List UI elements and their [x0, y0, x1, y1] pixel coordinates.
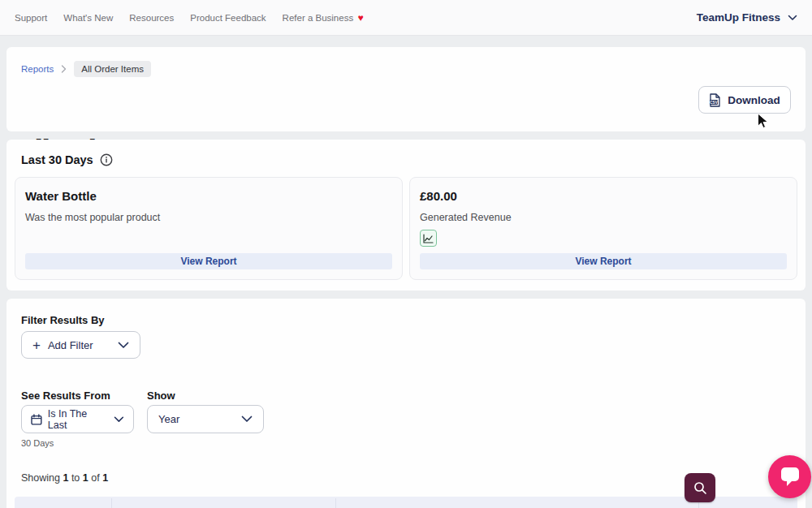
svg-text:CSV: CSV: [710, 100, 719, 104]
csv-file-icon: CSV: [709, 93, 721, 107]
nav-whats-new[interactable]: What's New: [63, 13, 113, 23]
chevron-down-icon: [241, 415, 253, 423]
table-column-divider: [111, 498, 112, 508]
chevron-down-icon: [114, 416, 124, 423]
view-report-button[interactable]: View Report: [25, 253, 392, 269]
nav-refer-label: Refer a Business: [283, 13, 354, 23]
summary-cards: Water Bottle Was the most popular produc…: [15, 177, 797, 280]
filter-results-by-label: Filter Results By: [21, 314, 105, 326]
card-most-popular-product: Water Bottle Was the most popular produc…: [15, 177, 403, 280]
summary-section-title: Last 30 Days: [21, 153, 93, 166]
search-button[interactable]: [685, 473, 715, 502]
summary-title-row: Last 30 Days: [21, 153, 113, 166]
show-label: Show: [147, 390, 175, 402]
info-icon[interactable]: [100, 153, 113, 166]
nav-refer-a-business[interactable]: Refer a Business ♥: [283, 12, 364, 24]
showing-total: 1: [102, 472, 108, 484]
date-condition-value: Is In The Last: [48, 408, 108, 431]
show-period-value: Year: [158, 413, 179, 425]
chat-launcher-button[interactable]: [768, 455, 811, 498]
showing-word: Showing: [21, 472, 60, 484]
heart-icon: ♥: [357, 12, 363, 24]
show-period-dropdown[interactable]: Year: [147, 405, 264, 433]
of-word: of: [91, 472, 99, 484]
app-window: Support What's New Resources Product Fee…: [0, 0, 812, 508]
download-button[interactable]: CSV Download: [698, 86, 791, 114]
nav-product-feedback[interactable]: Product Feedback: [190, 13, 266, 23]
nav-resources[interactable]: Resources: [129, 13, 174, 23]
top-navigation: Support What's New Resources Product Fee…: [0, 0, 812, 36]
card-subtitle: Was the most popular product: [25, 212, 392, 223]
date-condition-dropdown[interactable]: Is In The Last: [21, 405, 134, 433]
chevron-down-icon: [118, 342, 129, 349]
account-menu[interactable]: TeamUp Fitness: [697, 11, 797, 24]
download-label: Download: [728, 94, 780, 106]
table-header: [15, 497, 797, 508]
page-header-panel: Reports All Order Items All Order Items …: [6, 47, 806, 131]
results-count: Showing 1 to 1 of 1: [21, 472, 108, 484]
breadcrumb: Reports All Order Items: [21, 61, 151, 77]
showing-start: 1: [63, 472, 68, 484]
summary-panel: Last 30 Days Water Bottle Was the most p…: [6, 140, 806, 291]
add-filter-label: Add Filter: [48, 339, 93, 351]
plus-icon: +: [32, 338, 41, 352]
card-subtitle: Generated Revenue: [420, 212, 787, 223]
account-name: TeamUp Fitness: [697, 11, 780, 24]
card-generated-revenue: £80.00 Generated Revenue View Report: [409, 177, 797, 280]
chart-trend-icon[interactable]: [420, 230, 437, 247]
chevron-down-icon: [788, 15, 797, 21]
to-word: to: [71, 472, 80, 484]
search-icon: [693, 481, 707, 495]
add-filter-button[interactable]: + Add Filter: [21, 331, 140, 359]
table-column-divider: [335, 498, 336, 508]
period-hint: 30 Days: [21, 438, 54, 448]
nav-support[interactable]: Support: [15, 13, 47, 23]
card-title: £80.00: [420, 189, 787, 203]
card-title: Water Bottle: [25, 189, 392, 203]
showing-end: 1: [83, 472, 89, 484]
view-report-button[interactable]: View Report: [420, 253, 787, 269]
calendar-icon: [31, 414, 42, 425]
chat-bubble-icon: [780, 467, 801, 487]
see-results-from-label: See Results From: [21, 390, 110, 402]
breadcrumb-reports-link[interactable]: Reports: [21, 64, 54, 74]
breadcrumb-separator-icon: [61, 65, 67, 73]
breadcrumb-current: All Order Items: [74, 61, 151, 77]
